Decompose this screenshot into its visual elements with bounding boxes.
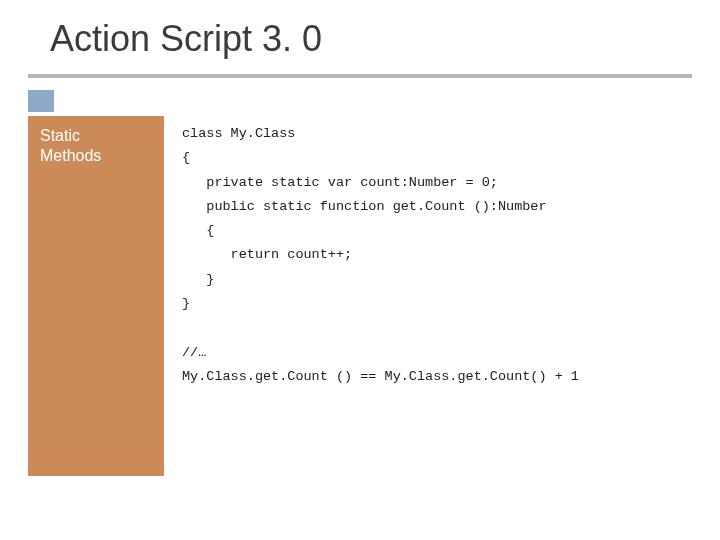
page-title: Action Script 3. 0 xyxy=(50,18,692,60)
code-line: { xyxy=(182,223,214,238)
sidebar-label-line2: Methods xyxy=(40,146,152,166)
accent-square xyxy=(28,90,54,112)
code-line: public static function get.Count ():Numb… xyxy=(182,199,547,214)
code-line: My.Class.get.Count () == My.Class.get.Co… xyxy=(182,369,579,384)
code-line: { xyxy=(182,150,190,165)
code-line: private static var count:Number = 0; xyxy=(182,175,498,190)
slide: Action Script 3. 0 Static Methods class … xyxy=(0,0,720,540)
code-line: //… xyxy=(182,345,206,360)
sidebar: Static Methods xyxy=(28,116,164,476)
code-line: } xyxy=(182,296,190,311)
code-line: class My.Class xyxy=(182,126,295,141)
code-line: return count++; xyxy=(182,247,352,262)
sidebar-label-line1: Static xyxy=(40,126,152,146)
title-underline xyxy=(28,74,692,78)
code-line: } xyxy=(182,272,214,287)
code-block: class My.Class { private static var coun… xyxy=(164,116,692,476)
content-row: Static Methods class My.Class { private … xyxy=(28,116,692,476)
